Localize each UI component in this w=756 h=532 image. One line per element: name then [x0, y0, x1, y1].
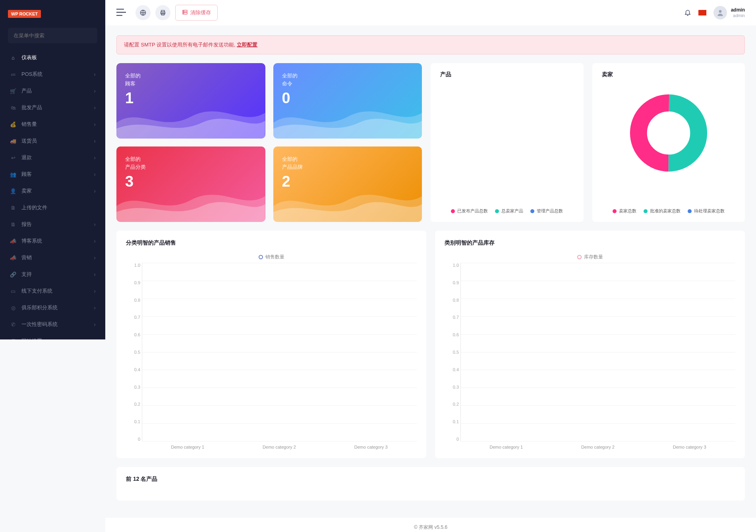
user-role: admin: [731, 13, 745, 18]
chevron-right-icon: ›: [94, 154, 96, 161]
chart-panel-wrap: 类别明智的产品库存 库存数量 1.00.90.80.70.60.50.40.30…: [435, 231, 745, 458]
print-button[interactable]: [155, 5, 170, 20]
sidebar-item[interactable]: 🚚送货员›: [0, 133, 105, 149]
avatar-icon: [713, 6, 727, 19]
chart-row: 分类明智的产品销售 销售数量 1.00.90.80.70.60.50.40.30…: [116, 231, 745, 458]
sidebar: WP ROCKET ⌂仪表板≔POS系统›🛒产品›🛍批发产品›💰销售量›🚚送货员…: [0, 0, 105, 339]
legend-item[interactable]: 待处理卖家总数: [688, 208, 725, 214]
menu-toggle-icon[interactable]: [116, 9, 128, 17]
chevron-right-icon: ›: [94, 288, 96, 294]
sellers-donut-chart: [629, 93, 708, 173]
sidebar-item[interactable]: 👤卖家›: [0, 183, 105, 199]
sidebar-item-icon: 💰: [10, 121, 17, 127]
sidebar-nav: ⌂仪表板≔POS系统›🛒产品›🛍批发产品›💰销售量›🚚送货员›↩退款›👥顾客›👤…: [0, 49, 105, 339]
globe-button[interactable]: [135, 5, 151, 20]
legend-item[interactable]: 管理产品总数: [530, 208, 563, 214]
legend-label: 批准的卖家总数: [650, 208, 681, 214]
chart-title: 类别明智的产品库存: [445, 239, 735, 247]
chevron-right-icon: ›: [94, 171, 96, 177]
chevron-right-icon: ›: [94, 104, 96, 111]
user-text: admin admin: [731, 8, 745, 17]
axis-chart: 1.00.90.80.70.60.50.40.30.20.10 Demo cat…: [445, 263, 735, 449]
svg-point-6: [184, 11, 184, 11]
legend-label: 待处理卖家总数: [694, 208, 725, 214]
sidebar-item[interactable]: ↩退款›: [0, 149, 105, 166]
top12-title: 前 12 名产品: [126, 476, 735, 483]
sellers-panel-title: 卖家: [602, 71, 736, 78]
sidebar-item-label: 退款: [21, 154, 32, 161]
sidebar-item[interactable]: 📣营销›: [0, 249, 105, 266]
sidebar-item[interactable]: ⌂仪表板: [0, 49, 105, 66]
server-icon: [182, 9, 188, 16]
stat-grid: 全部的顾客 1 全部的命令 0 全部的产品分类 3 全部的产品品牌 2: [116, 63, 422, 222]
sidebar-item-label: 俱乐部积分系统: [21, 304, 58, 311]
stat-label: 全部的顾客: [125, 72, 257, 87]
sidebar-item[interactable]: 🛒产品›: [0, 83, 105, 99]
legend-item[interactable]: 已发布产品总数: [451, 208, 488, 214]
sellers-panel-wrap: 卖家 卖家总数批准的卖家总数待处理卖家总数: [592, 63, 745, 222]
chevron-right-icon: ›: [94, 238, 96, 244]
chevron-right-icon: ›: [94, 321, 96, 328]
chart-legend[interactable]: 库存数量: [445, 254, 735, 260]
chart-legend[interactable]: 销售数量: [126, 254, 417, 260]
sidebar-item-label: 送货员: [21, 137, 37, 145]
top12-panel: 前 12 名产品: [116, 467, 745, 501]
logo-wrap: WP ROCKET: [0, 0, 105, 28]
user-menu[interactable]: admin admin: [713, 6, 745, 19]
sidebar-item[interactable]: 📣博客系统›: [0, 233, 105, 249]
sidebar-item-label: 报告: [21, 221, 32, 228]
clear-cache-button[interactable]: 清除缓存: [175, 5, 218, 21]
sidebar-item-icon: 🛒: [10, 88, 17, 94]
wave-icon: [116, 178, 265, 222]
sidebar-item[interactable]: 🗎报告›: [0, 216, 105, 233]
legend-item[interactable]: 批准的卖家总数: [644, 208, 681, 214]
svg-point-7: [184, 13, 184, 13]
stat-label: 全部的命令: [282, 72, 414, 87]
user-name: admin: [731, 8, 745, 13]
sidebar-item-label: 销售量: [21, 121, 37, 128]
sellers-panel: 卖家 卖家总数批准的卖家总数待处理卖家总数: [592, 63, 745, 222]
sidebar-item[interactable]: ✆一次性密码系统›: [0, 316, 105, 333]
stat-label: 全部的产品分类: [125, 155, 257, 171]
sidebar-item[interactable]: ▭线下支付系统›: [0, 283, 105, 299]
stat-card: 全部的顾客 1: [116, 63, 265, 139]
sidebar-item[interactable]: 🗎上传的文件: [0, 199, 105, 216]
logo[interactable]: WP ROCKET: [8, 10, 41, 18]
sidebar-item[interactable]: 💰销售量›: [0, 116, 105, 133]
stat-card: 全部的产品品牌 2: [273, 146, 422, 222]
sidebar-item-icon: 🗎: [10, 222, 17, 227]
sidebar-item[interactable]: 🛍批发产品›: [0, 99, 105, 116]
chevron-right-icon: ›: [94, 254, 96, 261]
footer: © 齐家网 v5.5.6: [105, 518, 756, 532]
legend-dot-icon: [451, 209, 455, 213]
sidebar-item[interactable]: 👥顾客›: [0, 166, 105, 183]
x-ticks: Demo category 1Demo category 2Demo categ…: [460, 445, 735, 449]
alert-link[interactable]: 立即配置: [237, 42, 257, 48]
wave-icon: [273, 95, 422, 139]
sidebar-search-input[interactable]: [8, 28, 97, 43]
locale-flag-icon[interactable]: [698, 10, 706, 15]
topbar: 清除缓存 admin admin: [105, 0, 756, 25]
sidebar-search-wrap: [0, 28, 105, 49]
products-panel-wrap: 产品 已发布产品总数总卖家产品管理产品总数: [431, 63, 584, 222]
sidebar-item-label: 产品: [21, 87, 32, 94]
legend-item[interactable]: 卖家总数: [613, 208, 636, 214]
legend-item[interactable]: 总卖家产品: [495, 208, 523, 214]
sidebar-item[interactable]: ◎俱乐部积分系统›: [0, 299, 105, 316]
sidebar-item[interactable]: ≔POS系统›: [0, 66, 105, 83]
chevron-right-icon: ›: [94, 338, 96, 339]
notifications-icon[interactable]: [684, 9, 691, 17]
stat-label: 全部的产品品牌: [282, 155, 414, 171]
sidebar-item-label: 网站设置: [21, 337, 42, 339]
sidebar-item[interactable]: 🖵网站设置›: [0, 333, 105, 339]
stat-grid-wrap: 全部的顾客 1 全部的命令 0 全部的产品分类 3 全部的产品品牌 2: [116, 63, 422, 222]
legend-label: 已发布产品总数: [457, 208, 488, 214]
sidebar-item-icon: 🛍: [10, 105, 17, 111]
legend-dot-icon: [577, 255, 582, 259]
sidebar-item[interactable]: 🔗支持›: [0, 266, 105, 283]
sidebar-item-icon: 🚚: [10, 138, 17, 144]
x-tick-label: Demo category 3: [673, 445, 706, 449]
legend-dot-icon: [259, 255, 263, 259]
legend-dot-icon: [644, 209, 648, 213]
x-ticks: Demo category 1Demo category 2Demo categ…: [142, 445, 417, 449]
